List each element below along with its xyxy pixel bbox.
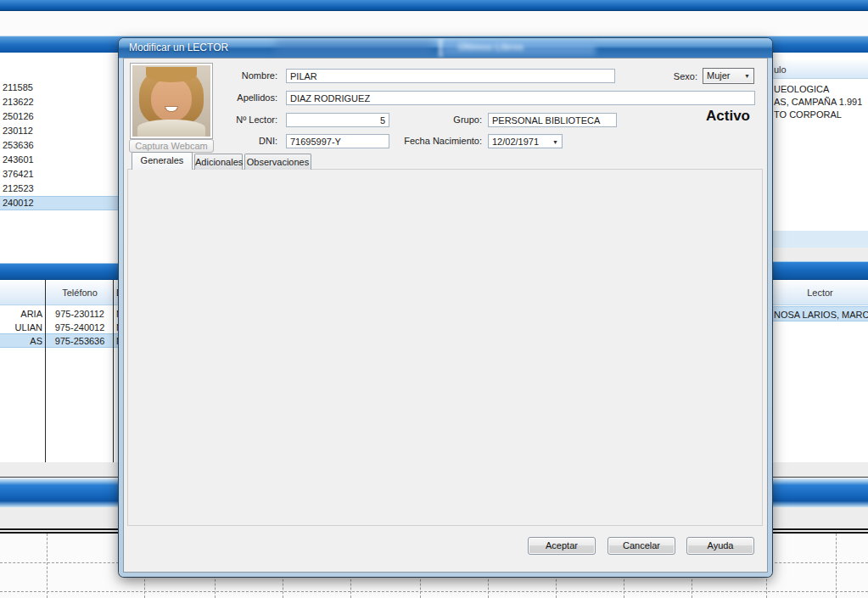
num-lector-label: Nº Lector: bbox=[175, 113, 277, 127]
grid-line bbox=[144, 575, 145, 598]
grid-line bbox=[215, 575, 216, 598]
titlebar-glass-reflection bbox=[276, 40, 433, 56]
status-badge: Activo bbox=[677, 108, 768, 125]
column-divider bbox=[113, 280, 114, 462]
app-titlebar bbox=[0, 0, 868, 11]
chevron-down-icon[interactable]: ▼ bbox=[552, 135, 558, 149]
tab-adicionales[interactable]: Adicionales bbox=[194, 154, 243, 170]
dialog-titlebar[interactable]: Últimos Libros Modificar un LECTOR bbox=[119, 38, 772, 58]
aceptar-button[interactable]: Aceptar bbox=[528, 537, 596, 555]
list-item[interactable]: 212523 bbox=[0, 182, 119, 196]
book-title-partial[interactable]: AS, CAMPAÑA 1.991 bbox=[774, 95, 868, 109]
panel-band bbox=[772, 248, 868, 261]
sexo-value: Mujer bbox=[707, 70, 731, 81]
list-item-selected[interactable]: 240012 bbox=[0, 196, 119, 210]
nombre-input[interactable] bbox=[286, 69, 615, 83]
list-item[interactable]: 250126 bbox=[0, 109, 119, 124]
nombre-label: Nombre: bbox=[175, 69, 277, 83]
tab-page-generales bbox=[127, 169, 763, 526]
grid-line bbox=[556, 575, 557, 598]
table-cell-name[interactable]: ARIA bbox=[0, 307, 42, 321]
panel-band bbox=[772, 231, 868, 248]
dialog-title: Modificar un LECTOR bbox=[129, 38, 228, 58]
table-title-bar bbox=[772, 261, 868, 280]
list-item[interactable]: 230112 bbox=[0, 124, 119, 138]
apellidos-input[interactable] bbox=[286, 91, 755, 105]
lector-name-partial[interactable]: NOSA LARIOS, MARCO bbox=[774, 308, 868, 321]
table-cell-phone[interactable]: 975-230112 bbox=[47, 307, 113, 321]
list-item[interactable]: 211585 bbox=[0, 81, 119, 95]
dialog-body: Captura Webcam Nombre: Sexo: Mujer ▼ Ape… bbox=[123, 58, 768, 573]
cancelar-button[interactable]: Cancelar bbox=[608, 537, 675, 555]
grid-line bbox=[0, 562, 119, 563]
apellidos-label: Apellidos: bbox=[175, 91, 277, 105]
grid-line bbox=[0, 591, 868, 592]
table-cell-phone[interactable]: 975-253636 bbox=[47, 334, 113, 348]
tab-generales[interactable]: Generales bbox=[132, 152, 193, 170]
grid-line bbox=[283, 575, 283, 598]
app-toolbar-strip bbox=[0, 11, 868, 36]
tab-observaciones[interactable]: Observaciones bbox=[244, 154, 311, 170]
table-cell-name[interactable]: AS bbox=[0, 334, 42, 348]
list-item[interactable]: 253636 bbox=[0, 138, 119, 153]
sexo-combobox[interactable]: Mujer ▼ bbox=[703, 68, 754, 84]
grupo-input[interactable] bbox=[488, 113, 617, 127]
column-header-lector[interactable]: Lector bbox=[772, 286, 868, 299]
grid-line bbox=[624, 575, 624, 598]
sexo-label: Sexo: bbox=[633, 70, 697, 84]
grid-line bbox=[488, 575, 489, 598]
grid-line bbox=[836, 534, 837, 598]
grid-line bbox=[766, 562, 868, 563]
num-lector-input[interactable] bbox=[286, 113, 389, 127]
book-title-partial[interactable]: TO CORPORAL bbox=[774, 108, 868, 121]
column-header-telefono[interactable]: Teléfono bbox=[47, 286, 113, 299]
ayuda-button[interactable]: Ayuda bbox=[686, 537, 754, 555]
grid-line bbox=[420, 575, 421, 598]
table-cell-name[interactable]: ULIAN bbox=[0, 321, 42, 334]
blurred-background-window-title: Últimos Libros bbox=[458, 42, 524, 52]
dni-label: DNI: bbox=[175, 134, 277, 148]
column-divider bbox=[45, 280, 46, 462]
list-item[interactable]: 376421 bbox=[0, 167, 119, 182]
table-title-bar bbox=[0, 263, 119, 280]
grid-line bbox=[692, 575, 692, 598]
fecha-nacimiento-combobox[interactable]: 12/02/1971 ▼ bbox=[488, 134, 563, 148]
chevron-down-icon[interactable]: ▼ bbox=[744, 69, 750, 83]
fecha-nacimiento-label: Fecha Nacimiento: bbox=[370, 134, 482, 148]
grid-line bbox=[350, 575, 351, 598]
fecha-value: 12/02/1971 bbox=[492, 137, 539, 147]
modificar-lector-dialog: Últimos Libros Modificar un LECTOR Captu… bbox=[119, 38, 772, 577]
grid-line bbox=[47, 534, 48, 598]
list-item[interactable]: 213622 bbox=[0, 95, 119, 109]
column-header-titulo-partial: ulo bbox=[774, 63, 859, 76]
table-cell-phone[interactable]: 975-240012 bbox=[47, 321, 113, 334]
book-title-partial[interactable]: UEOLOGICA bbox=[774, 82, 868, 96]
list-item[interactable]: 243601 bbox=[0, 153, 119, 167]
grupo-label: Grupo: bbox=[397, 113, 482, 127]
